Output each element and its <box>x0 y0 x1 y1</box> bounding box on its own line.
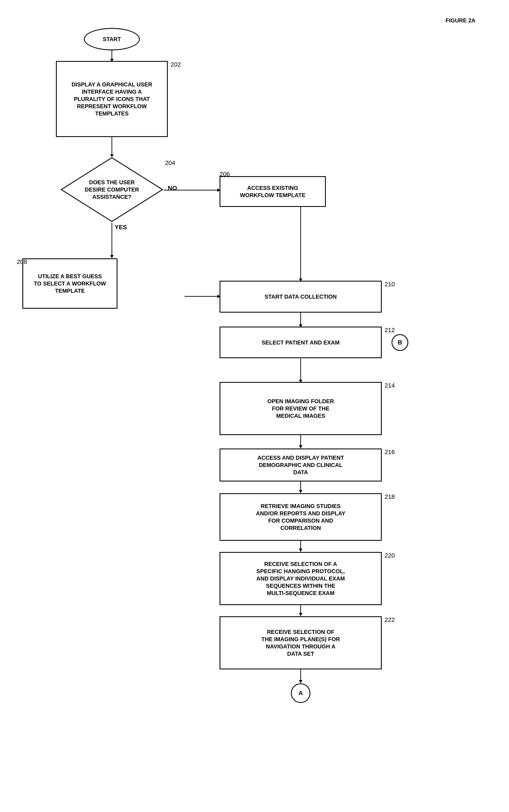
node-218: RETRIEVE IMAGING STUDIES AND/OR REPORTS … <box>219 493 382 541</box>
node-212: SELECT PATIENT AND EXAM <box>219 327 382 358</box>
node-204: DOES THE USER DESIRE COMPUTER ASSISTANCE… <box>60 156 164 222</box>
node-206: ACCESS EXISTING WORKFLOW TEMPLATE <box>219 176 326 207</box>
node-222: RECEIVE SELECTION OF THE IMAGING PLANE(S… <box>219 616 382 669</box>
start-node: START <box>84 28 140 50</box>
svg-marker-25 <box>299 680 302 683</box>
node-208: UTILIZE A BEST GUESS TO SELECT A WORKFLO… <box>22 258 117 309</box>
svg-marker-19 <box>299 490 302 493</box>
ref-216: 216 <box>384 449 395 456</box>
node-210: START DATA COLLECTION <box>219 281 382 313</box>
ref-204: 204 <box>165 160 175 167</box>
svg-marker-17 <box>299 445 302 449</box>
no-label: NO <box>168 184 177 192</box>
svg-marker-7 <box>110 255 113 258</box>
ref-202: 202 <box>171 61 181 68</box>
svg-marker-21 <box>299 549 302 552</box>
node-202: DISPLAY A GRAPHICAL USER INTERFACE HAVIN… <box>56 61 168 137</box>
ref-212: 212 <box>384 327 395 334</box>
ref-220: 220 <box>384 552 395 559</box>
svg-marker-23 <box>299 613 302 616</box>
connector-a: A <box>291 683 310 703</box>
node-220: RECEIVE SELECTION OF A SPECIFIC HANGING … <box>219 552 382 605</box>
ref-210: 210 <box>384 281 395 288</box>
yes-label: YES <box>115 224 127 231</box>
connector-b: B <box>392 334 408 351</box>
page-container: FIGURE 2A <box>0 0 509 812</box>
ref-208: 208 <box>17 258 27 266</box>
ref-214: 214 <box>384 382 395 389</box>
ref-222: 222 <box>384 616 395 624</box>
node-216: ACCESS AND DISPLAY PATIENT DEMOGRAPHIC A… <box>219 449 382 482</box>
ref-218: 218 <box>384 493 395 500</box>
ref-206: 206 <box>219 171 230 178</box>
figure-label: FIGURE 2A <box>445 17 475 24</box>
node-214: OPEN IMAGING FOLDER FOR REVIEW OF THE ME… <box>219 382 382 435</box>
